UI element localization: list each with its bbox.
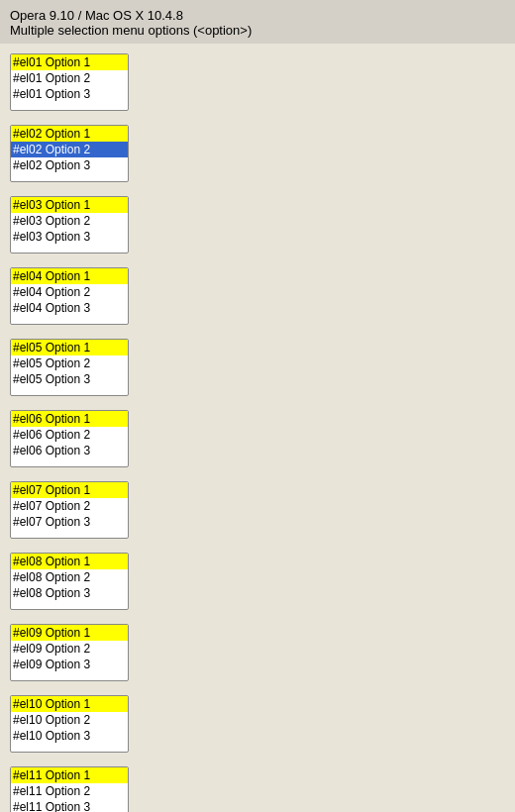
option-el09-1[interactable]: #el09 Option 1 [11, 625, 128, 641]
option-el07-3[interactable]: #el07 Option 3 [11, 514, 128, 530]
select-container-el07: #el07 Option 1#el07 Option 2#el07 Option… [10, 481, 505, 539]
option-el03-2[interactable]: #el03 Option 2 [11, 213, 128, 229]
select-container-el11: #el11 Option 1#el11 Option 2#el11 Option… [10, 766, 505, 812]
content: #el01 Option 1#el01 Option 2#el01 Option… [0, 44, 515, 812]
select-el11[interactable]: #el11 Option 1#el11 Option 2#el11 Option… [10, 766, 129, 812]
option-el02-3[interactable]: #el02 Option 3 [11, 157, 128, 173]
option-el07-1[interactable]: #el07 Option 1 [11, 482, 128, 498]
select-container-el09: #el09 Option 1#el09 Option 2#el09 Option… [10, 624, 505, 681]
select-el05[interactable]: #el05 Option 1#el05 Option 2#el05 Option… [10, 339, 129, 396]
select-container-el04: #el04 Option 1#el04 Option 2#el04 Option… [10, 267, 505, 325]
select-el09[interactable]: #el09 Option 1#el09 Option 2#el09 Option… [10, 624, 129, 681]
option-el04-1[interactable]: #el04 Option 1 [11, 268, 128, 284]
select-container-el10: #el10 Option 1#el10 Option 2#el10 Option… [10, 695, 505, 753]
option-el02-2[interactable]: #el02 Option 2 [11, 142, 128, 157]
option-el01-1[interactable]: #el01 Option 1 [11, 54, 128, 70]
option-el08-3[interactable]: #el08 Option 3 [11, 585, 128, 601]
option-el09-2[interactable]: #el09 Option 2 [11, 641, 128, 657]
option-el10-3[interactable]: #el10 Option 3 [11, 728, 128, 744]
option-el10-1[interactable]: #el10 Option 1 [11, 696, 128, 712]
option-el10-2[interactable]: #el10 Option 2 [11, 712, 128, 728]
select-el07[interactable]: #el07 Option 1#el07 Option 2#el07 Option… [10, 481, 129, 539]
option-el05-1[interactable]: #el05 Option 1 [11, 340, 128, 355]
select-container-el08: #el08 Option 1#el08 Option 2#el08 Option… [10, 553, 505, 610]
select-container-el05: #el05 Option 1#el05 Option 2#el05 Option… [10, 339, 505, 396]
option-el01-2[interactable]: #el01 Option 2 [11, 70, 128, 86]
option-el04-2[interactable]: #el04 Option 2 [11, 284, 128, 300]
header-title: Opera 9.10 / Mac OS X 10.4.8 [10, 8, 505, 23]
select-el03[interactable]: #el03 Option 1#el03 Option 2#el03 Option… [10, 196, 129, 254]
select-el10[interactable]: #el10 Option 1#el10 Option 2#el10 Option… [10, 695, 129, 753]
select-el06[interactable]: #el06 Option 1#el06 Option 2#el06 Option… [10, 410, 129, 467]
select-container-el03: #el03 Option 1#el03 Option 2#el03 Option… [10, 196, 505, 254]
select-el08[interactable]: #el08 Option 1#el08 Option 2#el08 Option… [10, 553, 129, 610]
select-container-el01: #el01 Option 1#el01 Option 2#el01 Option… [10, 53, 505, 111]
option-el05-3[interactable]: #el05 Option 3 [11, 371, 128, 387]
option-el08-1[interactable]: #el08 Option 1 [11, 554, 128, 569]
select-container-el02: #el02 Option 1#el02 Option 2#el02 Option… [10, 125, 505, 182]
option-el11-1[interactable]: #el11 Option 1 [11, 767, 128, 783]
option-el06-1[interactable]: #el06 Option 1 [11, 411, 128, 427]
option-el05-2[interactable]: #el05 Option 2 [11, 355, 128, 371]
option-el07-2[interactable]: #el07 Option 2 [11, 498, 128, 514]
option-el03-3[interactable]: #el03 Option 3 [11, 229, 128, 245]
option-el11-2[interactable]: #el11 Option 2 [11, 783, 128, 799]
header-subtitle: Multiple selection menu options (<option… [10, 23, 505, 38]
option-el02-1[interactable]: #el02 Option 1 [11, 126, 128, 142]
select-el02[interactable]: #el02 Option 1#el02 Option 2#el02 Option… [10, 125, 129, 182]
option-el04-3[interactable]: #el04 Option 3 [11, 300, 128, 316]
option-el09-3[interactable]: #el09 Option 3 [11, 657, 128, 672]
option-el06-3[interactable]: #el06 Option 3 [11, 443, 128, 458]
option-el03-1[interactable]: #el03 Option 1 [11, 197, 128, 213]
option-el01-3[interactable]: #el01 Option 3 [11, 86, 128, 102]
select-el04[interactable]: #el04 Option 1#el04 Option 2#el04 Option… [10, 267, 129, 325]
header: Opera 9.10 / Mac OS X 10.4.8 Multiple se… [0, 0, 515, 44]
select-el01[interactable]: #el01 Option 1#el01 Option 2#el01 Option… [10, 53, 129, 111]
select-container-el06: #el06 Option 1#el06 Option 2#el06 Option… [10, 410, 505, 467]
option-el11-3[interactable]: #el11 Option 3 [11, 799, 128, 812]
option-el08-2[interactable]: #el08 Option 2 [11, 569, 128, 585]
option-el06-2[interactable]: #el06 Option 2 [11, 427, 128, 443]
